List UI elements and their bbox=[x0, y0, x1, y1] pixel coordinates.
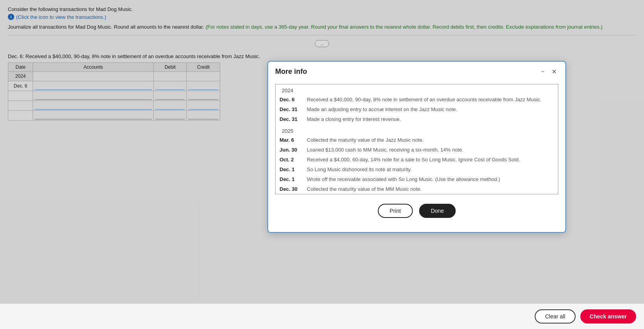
table-row: Dec. 6 Received a $40,000, 90-day, 8% no… bbox=[276, 95, 558, 104]
tx-date: Jun. 30 bbox=[276, 145, 303, 155]
more-info-modal: More info − ✕ 2024 Dec. 6 Received a $40… bbox=[267, 61, 566, 233]
transactions-table: 2024 Dec. 6 Received a $40,000, 90-day, … bbox=[275, 84, 558, 194]
tx-date: Dec. 31 bbox=[276, 104, 303, 114]
tx-date: Dec. 1 bbox=[276, 164, 303, 174]
tx-date: Dec. 1 bbox=[276, 174, 303, 184]
modal-minimize-button[interactable]: − bbox=[539, 68, 546, 76]
table-row: Jun. 30 Loaned $13,000 cash to MM Music,… bbox=[276, 145, 558, 155]
done-button[interactable]: Done bbox=[419, 204, 456, 218]
tx-desc: Made an adjusting entry to accrue intere… bbox=[303, 104, 558, 114]
tx-date: Dec. 31 bbox=[276, 114, 303, 124]
modal-close-button[interactable]: ✕ bbox=[550, 67, 558, 76]
tx-date: Oct. 2 bbox=[276, 155, 303, 164]
modal-body: 2024 Dec. 6 Received a $40,000, 90-day, … bbox=[268, 80, 565, 232]
modal-header: More info − ✕ bbox=[268, 62, 565, 80]
tx-date: Dec. 30 bbox=[276, 184, 303, 194]
tx-desc: Wrote off the receivable associated with… bbox=[303, 174, 558, 184]
table-row: Dec. 31 Made an adjusting entry to accru… bbox=[276, 104, 558, 114]
tx-desc: Received a $40,000, 90-day, 8% note in s… bbox=[303, 95, 558, 104]
clear-all-button[interactable]: Clear all bbox=[535, 309, 575, 324]
tx-desc: Collected the maturity value of the Jazz… bbox=[303, 135, 558, 145]
tx-desc: Collected the maturity value of the MM M… bbox=[303, 184, 558, 194]
year-row-2025: 2025 bbox=[276, 124, 558, 135]
check-answer-button[interactable]: Check answer bbox=[580, 309, 636, 324]
year-row-2024: 2024 bbox=[276, 84, 558, 95]
bottom-bar: Clear all Check answer bbox=[0, 303, 644, 329]
tx-desc: Loaned $13,000 cash to MM Music, receivi… bbox=[303, 145, 558, 155]
tx-desc: So Long Music dishonored its note at mat… bbox=[303, 164, 558, 174]
table-row: Dec. 31 Made a closing entry for interes… bbox=[276, 114, 558, 124]
modal-title: More info bbox=[275, 68, 307, 76]
table-row: Oct. 2 Received a $4,000, 60-day, 14% no… bbox=[276, 155, 558, 164]
table-row: Dec. 30 Collected the maturity value of … bbox=[276, 184, 558, 194]
year-label-2024: 2024 bbox=[276, 84, 558, 95]
modal-footer: Print Done bbox=[275, 204, 558, 225]
tx-desc: Received a $4,000, 60-day, 14% note for … bbox=[303, 155, 558, 164]
tx-date: Mar. 6 bbox=[276, 135, 303, 145]
tx-date: Dec. 6 bbox=[276, 95, 303, 104]
tx-desc: Made a closing entry for interest revenu… bbox=[303, 114, 558, 124]
table-row: Dec. 1 Wrote off the receivable associat… bbox=[276, 174, 558, 184]
table-row: Dec. 1 So Long Music dishonored its note… bbox=[276, 164, 558, 174]
modal-controls: − ✕ bbox=[539, 67, 558, 76]
year-label-2025: 2025 bbox=[276, 124, 558, 135]
print-button[interactable]: Print bbox=[378, 204, 413, 218]
table-row: Mar. 6 Collected the maturity value of t… bbox=[276, 135, 558, 145]
